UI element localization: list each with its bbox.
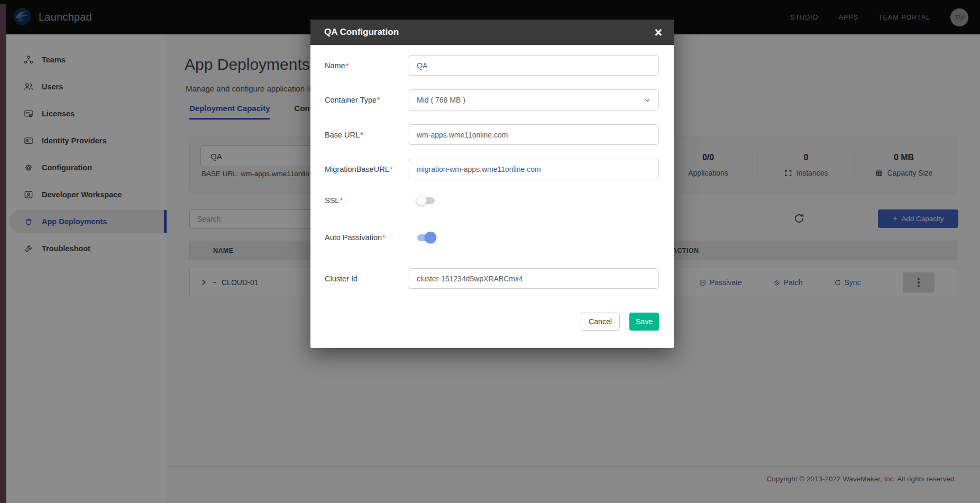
cluster-id-field[interactable] bbox=[408, 268, 659, 289]
field-row-container-type: Container Type* Mid ( 768 MB ) bbox=[325, 89, 659, 111]
required-asterisk: * bbox=[377, 96, 380, 104]
required-asterisk: * bbox=[382, 233, 386, 242]
close-icon[interactable]: × bbox=[654, 26, 662, 39]
container-type-field-label: Container Type bbox=[325, 96, 377, 104]
base-url-field[interactable] bbox=[408, 124, 659, 145]
save-button[interactable]: Save bbox=[629, 313, 659, 331]
auto-passivation-field-label: Auto Passivation bbox=[325, 233, 382, 242]
modal-actions: Cancel Save bbox=[325, 313, 659, 331]
field-row-cluster-id: Cluster Id bbox=[325, 268, 659, 289]
field-row-name: Name* bbox=[325, 55, 659, 76]
ssl-field-label: SSL bbox=[325, 196, 339, 205]
required-asterisk: * bbox=[340, 196, 343, 205]
name-field[interactable] bbox=[408, 55, 659, 76]
migration-base-url-field[interactable] bbox=[408, 159, 659, 179]
required-asterisk: * bbox=[360, 131, 363, 139]
chevron-down-icon bbox=[643, 96, 652, 106]
cancel-button[interactable]: Cancel bbox=[581, 313, 620, 331]
required-asterisk: * bbox=[346, 61, 349, 70]
migration-base-url-field-label: MigrationBaseURL bbox=[325, 165, 389, 173]
modal-header: QA Configuration × bbox=[310, 20, 674, 45]
name-field-label: Name bbox=[325, 61, 345, 70]
modal-title: QA Configuration bbox=[324, 27, 399, 38]
field-row-base-url: Base URL* bbox=[325, 124, 659, 145]
required-asterisk: * bbox=[390, 165, 393, 173]
base-url-field-label: Base URL bbox=[325, 131, 360, 139]
cluster-id-field-label: Cluster Id bbox=[325, 275, 358, 283]
ssl-toggle[interactable] bbox=[416, 195, 436, 206]
container-type-select[interactable]: Mid ( 768 MB ) bbox=[408, 89, 659, 111]
field-row-ssl: SSL* bbox=[325, 192, 659, 209]
field-row-auto-passivation: Auto Passivation* bbox=[325, 229, 659, 246]
qa-configuration-modal: QA Configuration × Name* Container Type*… bbox=[310, 20, 674, 348]
auto-passivation-toggle[interactable] bbox=[416, 232, 436, 243]
field-row-migration-base-url: MigrationBaseURL* bbox=[325, 159, 659, 179]
